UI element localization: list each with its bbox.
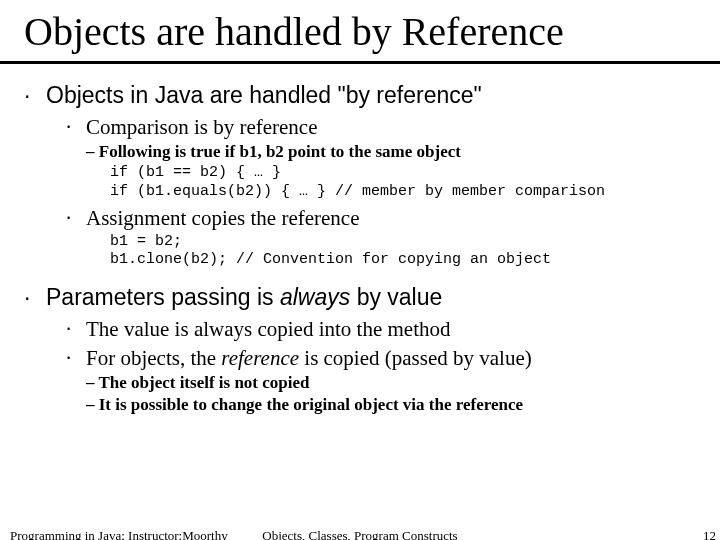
bullet-icon: · <box>66 115 86 140</box>
bullet-icon: · <box>66 346 86 371</box>
bullet-text: Comparison is by reference <box>86 115 318 140</box>
footer-center: Objects, Classes, Program Constructs <box>0 528 720 540</box>
bullet-text: Objects in Java are handled "by referenc… <box>46 82 482 109</box>
bullet-l2: · Assignment copies the reference <box>66 206 704 231</box>
bullet-l3: – Following is true if b1, b2 point to t… <box>86 142 704 162</box>
code-line: if (b1.equals(b2)) { … } // member by me… <box>110 183 704 202</box>
bullet-l1: · Objects in Java are handled "by refere… <box>24 82 704 109</box>
bullet-icon: · <box>24 82 46 109</box>
text-part: by value <box>350 284 442 310</box>
bullet-l3: – It is possible to change the original … <box>86 395 704 415</box>
bullet-l2: · The value is always copied into the me… <box>66 317 704 342</box>
code-line: if (b1 == b2) { … } <box>110 164 704 183</box>
text-part: For objects, the <box>86 346 221 370</box>
bullet-icon: · <box>66 317 86 342</box>
bullet-l2: · For objects, the reference is copied (… <box>66 346 704 371</box>
slide-title: Objects are handled by Reference <box>0 0 720 61</box>
bullet-icon: · <box>66 206 86 231</box>
text-italic: always <box>280 284 350 310</box>
text-part: Parameters passing is <box>46 284 280 310</box>
bullet-l2: · Comparison is by reference <box>66 115 704 140</box>
text-part: is copied (passed by value) <box>299 346 532 370</box>
bullet-l1: · Parameters passing is always by value <box>24 284 704 311</box>
bullet-icon: · <box>24 284 46 311</box>
code-line: b1 = b2; <box>110 233 704 252</box>
bullet-text: Assignment copies the reference <box>86 206 359 231</box>
code-line: b1.clone(b2); // Convention for copying … <box>110 251 704 270</box>
bullet-l3: – The object itself is not copied <box>86 373 704 393</box>
bullet-text: The value is always copied into the meth… <box>86 317 451 342</box>
bullet-text: For objects, the reference is copied (pa… <box>86 346 532 371</box>
page-number: 12 <box>703 528 716 540</box>
text-italic: reference <box>221 346 299 370</box>
bullet-text: Parameters passing is always by value <box>46 284 442 311</box>
slide-body: · Objects in Java are handled "by refere… <box>0 82 720 415</box>
title-underline <box>0 61 720 64</box>
